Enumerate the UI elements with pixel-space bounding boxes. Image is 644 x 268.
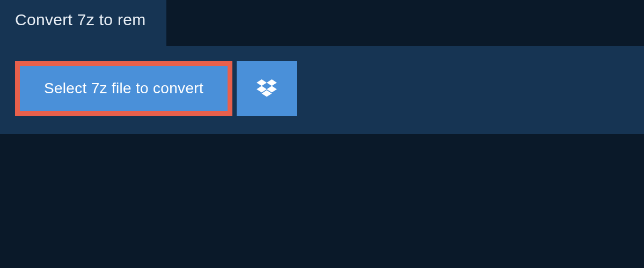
action-row: Select 7z file to convert bbox=[15, 61, 629, 116]
tab-title: Convert 7z to rem bbox=[15, 11, 146, 28]
select-file-button[interactable]: Select 7z file to convert bbox=[15, 61, 232, 116]
select-file-label: Select 7z file to convert bbox=[44, 80, 203, 97]
converter-panel: Select 7z file to convert bbox=[0, 46, 644, 134]
dropbox-button[interactable] bbox=[237, 61, 297, 116]
tab-convert[interactable]: Convert 7z to rem bbox=[0, 0, 166, 46]
dropbox-icon bbox=[257, 79, 277, 98]
